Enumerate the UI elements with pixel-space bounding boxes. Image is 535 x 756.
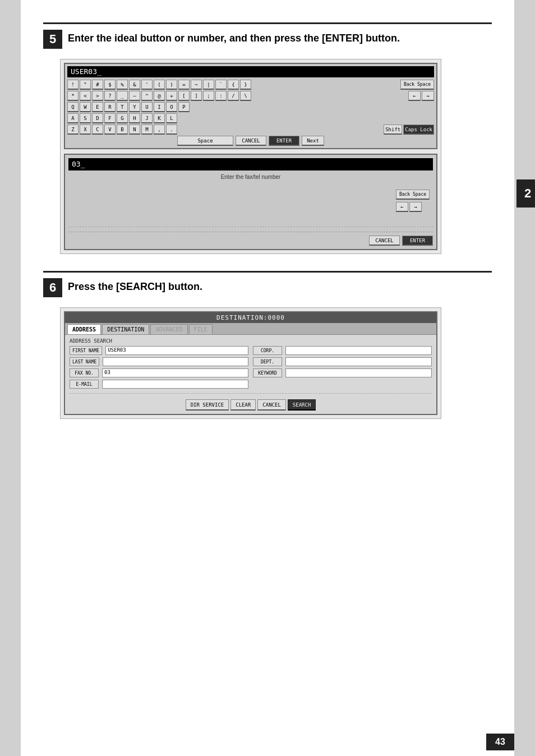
- email-input[interactable]: [102, 380, 248, 389]
- fax-enter-button[interactable]: ENTER: [402, 236, 433, 246]
- key-plus[interactable]: +: [166, 91, 177, 101]
- key-backtick[interactable]: `: [215, 80, 227, 90]
- key-p[interactable]: P: [178, 102, 190, 112]
- key-s[interactable]: S: [80, 113, 91, 123]
- key-rparen[interactable]: ): [166, 80, 177, 90]
- key-o[interactable]: O: [166, 102, 177, 112]
- key-backslash[interactable]: \: [240, 91, 251, 101]
- key-quest[interactable]: ?: [104, 91, 116, 101]
- firstname-input[interactable]: USER03: [105, 346, 248, 355]
- keyboard-ui: USER03_ ! " # $ % & ' ( ) = ~ | ` { } Ba…: [64, 63, 437, 149]
- key-underscore[interactable]: _: [117, 91, 128, 101]
- keyboard-next-button[interactable]: Next: [302, 136, 324, 146]
- firstname-label: FIRST NAME: [70, 346, 102, 355]
- tab-advanced[interactable]: ADVANCED: [150, 324, 187, 334]
- tab-address[interactable]: ADDRESS: [67, 324, 101, 334]
- key-row-qwerty: Q W E R T Y U I O P: [67, 102, 434, 112]
- key-slash[interactable]: /: [228, 91, 239, 101]
- key-amp[interactable]: &: [129, 80, 140, 90]
- key-row-zxcv: Z X C V B N M , . Shift Caps Lock: [67, 125, 434, 135]
- key-period[interactable]: .: [166, 125, 177, 135]
- key-dollar[interactable]: $: [104, 80, 116, 90]
- key-semicolon[interactable]: ;: [203, 91, 214, 101]
- key-rbrace[interactable]: }: [240, 80, 251, 90]
- caps-lock-button[interactable]: Caps Lock: [403, 125, 434, 135]
- dept-input[interactable]: [285, 357, 432, 366]
- fax-ui: 03_ Enter the fax/tel number Back Space …: [64, 154, 437, 250]
- key-lbracket[interactable]: [: [178, 91, 190, 101]
- key-a[interactable]: A: [67, 113, 79, 123]
- key-j[interactable]: J: [141, 113, 153, 123]
- key-dash[interactable]: —: [129, 91, 140, 101]
- key-lt[interactable]: <: [80, 91, 91, 101]
- fax-backspace-button[interactable]: Back Space: [396, 190, 430, 200]
- key-at[interactable]: @: [154, 91, 165, 101]
- clear-button[interactable]: CLEAR: [230, 399, 256, 411]
- key-i[interactable]: I: [154, 102, 165, 112]
- backspace-button[interactable]: Back Space: [400, 80, 434, 90]
- key-e[interactable]: E: [92, 102, 103, 112]
- key-v[interactable]: V: [104, 125, 116, 135]
- key-m[interactable]: M: [141, 125, 153, 135]
- key-percent[interactable]: %: [117, 80, 128, 90]
- key-pipe[interactable]: |: [203, 80, 214, 90]
- space-button[interactable]: Space: [177, 136, 233, 146]
- key-tick[interactable]: ': [141, 80, 153, 90]
- key-quote[interactable]: ": [80, 80, 91, 90]
- key-caret[interactable]: ^: [141, 91, 153, 101]
- key-f[interactable]: F: [104, 113, 116, 123]
- key-y[interactable]: Y: [129, 102, 140, 112]
- key-comma[interactable]: ,: [154, 125, 165, 135]
- fax-cancel-button[interactable]: CANCEL: [369, 236, 400, 246]
- keyboard-enter-button[interactable]: ENTER: [269, 136, 299, 146]
- shift-button[interactable]: Shift: [384, 125, 402, 135]
- key-u[interactable]: U: [141, 102, 153, 112]
- key-rbracket[interactable]: ]: [191, 91, 202, 101]
- key-lparen[interactable]: (: [154, 80, 165, 90]
- left-arrow-key[interactable]: ←: [408, 91, 421, 101]
- lastname-input[interactable]: [103, 357, 248, 366]
- key-b[interactable]: B: [117, 125, 128, 135]
- key-t[interactable]: T: [117, 102, 128, 112]
- key-tilde[interactable]: ~: [191, 80, 202, 90]
- key-n[interactable]: N: [129, 125, 140, 135]
- search-row-corp: CORP.: [253, 346, 432, 355]
- search-cancel-button[interactable]: CANCEL: [257, 399, 286, 411]
- faxno-input[interactable]: 03: [102, 368, 248, 377]
- key-d[interactable]: D: [92, 113, 103, 123]
- keyboard-screenshot: USER03_ ! " # $ % & ' ( ) = ~ | ` { } Ba…: [60, 59, 441, 254]
- tab-file[interactable]: FILE: [189, 324, 213, 334]
- keyboard-cancel-button[interactable]: CANCEL: [236, 136, 266, 146]
- key-g[interactable]: G: [117, 113, 128, 123]
- chapter-tab: 2: [516, 179, 535, 208]
- search-fields-right: CORP. DEPT. KEYWORD: [253, 346, 432, 391]
- fax-body: Enter the fax/tel number Back Space ← →: [68, 174, 433, 224]
- key-k[interactable]: K: [154, 113, 165, 123]
- corp-input[interactable]: [285, 346, 432, 355]
- key-colon[interactable]: :: [215, 91, 227, 101]
- search-row-keyword: KEYWORD: [253, 368, 432, 377]
- tab-destination[interactable]: DESTINATION: [102, 324, 149, 334]
- keyword-input[interactable]: [285, 368, 432, 377]
- dir-service-button[interactable]: DIR SERVICE: [186, 399, 229, 411]
- key-x[interactable]: X: [80, 125, 91, 135]
- fax-left-arrow[interactable]: ←: [396, 202, 408, 212]
- key-gt[interactable]: >: [92, 91, 103, 101]
- key-![interactable]: !: [67, 80, 79, 90]
- key-eq[interactable]: =: [178, 80, 190, 90]
- key-hash[interactable]: #: [92, 80, 103, 90]
- key-h[interactable]: H: [129, 113, 140, 123]
- key-star[interactable]: *: [67, 91, 79, 101]
- search-row-email: E-MAIL: [70, 380, 248, 389]
- search-button[interactable]: SEARCH: [288, 399, 316, 411]
- right-arrow-key[interactable]: →: [422, 91, 434, 101]
- key-r[interactable]: R: [104, 102, 116, 112]
- key-w[interactable]: W: [80, 102, 91, 112]
- key-z[interactable]: Z: [67, 125, 79, 135]
- fax-right-arrow[interactable]: →: [409, 202, 422, 212]
- search-fields-container: FIRST NAME USER03 LAST NAME FAX NO. 03: [70, 346, 432, 391]
- key-lbrace[interactable]: {: [228, 80, 239, 90]
- key-c[interactable]: C: [92, 125, 103, 135]
- key-l[interactable]: L: [166, 113, 177, 123]
- key-q[interactable]: Q: [67, 102, 79, 112]
